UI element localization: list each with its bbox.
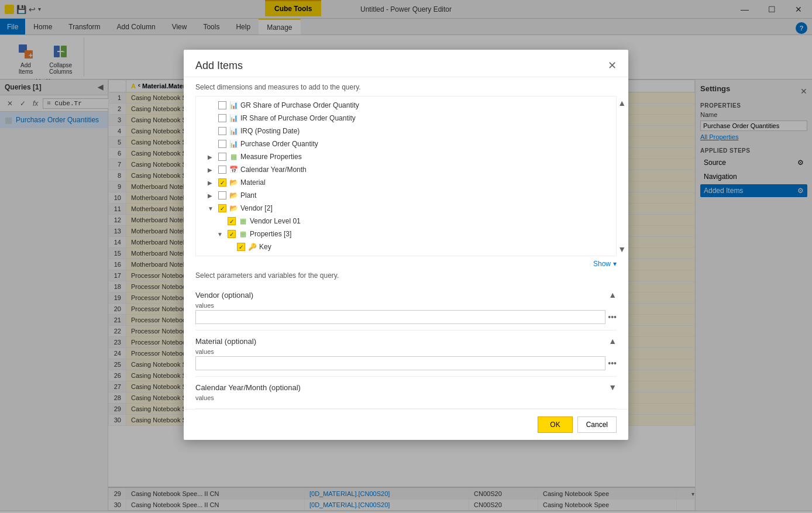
tree-checkbox-properties[interactable] [228, 230, 236, 238]
param-material-header[interactable]: Material (optional) ▲ [195, 336, 617, 346]
param-material-label: values [195, 348, 617, 355]
modal-footer: OK Cancel [184, 409, 628, 440]
tree-item-key[interactable]: 🔑 Key [208, 240, 604, 253]
param-vendor-dots[interactable]: ••• [608, 312, 617, 322]
tree-item-poq[interactable]: 📊 Purchase Order Quantity [208, 137, 604, 150]
modal-close-button[interactable]: ✕ [608, 59, 617, 72]
params-subtitle: Select parameters and variables for the … [195, 271, 617, 280]
tree-item-gr-share[interactable]: 📊 GR Share of Purchase Order Quantity [208, 99, 604, 112]
dim-icon-calendar: 📅 [229, 165, 238, 174]
table-icon-properties: ▦ [238, 229, 247, 239]
param-vendor-input[interactable] [195, 310, 605, 324]
table-icon-vendor-level01: ▦ [238, 216, 247, 226]
param-material: Material (optional) ▲ values ••• [195, 330, 617, 377]
param-vendor-label: values [195, 302, 617, 309]
param-vendor-toggle[interactable]: ▲ [608, 290, 617, 299]
tree-label-gr: GR Share of Purchase Order Quantity [240, 101, 359, 109]
tree-label-ir: IR Share of Purchase Order Quantity [240, 114, 356, 122]
tree-label-plant: Plant [240, 191, 256, 199]
ok-button[interactable]: OK [538, 416, 572, 433]
tree-item-ir-share[interactable]: 📊 IR Share of Purchase Order Quantity [208, 112, 604, 125]
tree-label-properties: Properties [3] [250, 230, 291, 238]
tree-list[interactable]: 📊 GR Share of Purchase Order Quantity 📊 … [195, 96, 617, 256]
tree-label-mprops: Measure Properties [240, 153, 302, 161]
tree-checkbox-key[interactable] [237, 243, 245, 251]
tree-checkbox-plant[interactable] [218, 191, 226, 199]
modal-params: Select parameters and variables for the … [184, 271, 628, 409]
show-chevron-icon: ▾ [613, 260, 617, 268]
measure-icon-gr: 📊 [229, 101, 238, 110]
param-material-toggle[interactable]: ▲ [608, 336, 617, 346]
add-items-modal: Add Items ✕ Select dimensions and measur… [184, 50, 628, 440]
param-calendar: Calendar Year/Month (optional) ▼ values [195, 377, 617, 409]
modal-subtitle: Select dimensions and measures to add to… [184, 77, 628, 96]
param-material-dots[interactable]: ••• [608, 359, 617, 368]
cancel-button[interactable]: Cancel [577, 416, 617, 433]
tree-label-calendar: Calendar Year/Month [240, 166, 307, 174]
param-vendor: Vendor (optional) ▲ values ••• [195, 284, 617, 330]
tree-chevron-properties: ▼ [217, 231, 225, 237]
param-vendor-header[interactable]: Vendor (optional) ▲ [195, 290, 617, 299]
tree-label-vendor-level01: Vendor Level 01 [250, 217, 301, 225]
tree-chevron-vendor: ▼ [208, 205, 216, 212]
tree-container: 📊 GR Share of Purchase Order Quantity 📊 … [184, 96, 628, 256]
show-button[interactable]: Show ▾ [184, 256, 628, 271]
param-material-input-row: ••• [195, 356, 617, 370]
table-icon-mprops: ▦ [229, 152, 238, 161]
tree-label-irq: IRQ (Posting Date) [240, 127, 300, 135]
tree-checkbox-poq[interactable] [218, 140, 226, 148]
modal-title: Add Items [195, 60, 243, 72]
tree-item-plant[interactable]: ▶ 📂 Plant [208, 189, 604, 202]
param-calendar-header[interactable]: Calendar Year/Month (optional) ▼ [195, 383, 617, 392]
param-calendar-label: values [195, 394, 617, 401]
tree-checkbox-irq[interactable] [218, 127, 226, 135]
show-label: Show [593, 260, 611, 268]
param-material-input[interactable] [195, 356, 605, 370]
tree-checkbox-mprops[interactable] [218, 153, 226, 161]
key-icon: 🔑 [247, 242, 257, 252]
measure-icon-poq: 📊 [229, 139, 238, 149]
param-vendor-input-row: ••• [195, 310, 617, 324]
tree-item-material[interactable]: ▶ 📂 Material [208, 176, 604, 189]
dim-icon-plant: 📂 [229, 191, 238, 200]
tree-checkbox-gr[interactable] [218, 101, 226, 109]
tree-checkbox-material[interactable] [218, 178, 226, 187]
tree-checkbox-calendar[interactable] [218, 166, 226, 174]
param-calendar-title: Calendar Year/Month (optional) [195, 383, 301, 392]
tree-chevron-material: ▶ [208, 180, 216, 186]
measure-icon-irq: 📊 [229, 126, 238, 136]
tree-chevron-mprops: ▶ [208, 154, 216, 160]
tree-label-material: Material [240, 178, 266, 187]
param-material-title: Material (optional) [195, 337, 256, 346]
tree-chevron-plant: ▶ [208, 192, 216, 199]
tree-scroll-down[interactable]: ▼ [618, 245, 626, 254]
tree-checkbox-vendor[interactable] [218, 204, 226, 212]
tree-item-vendor[interactable]: ▼ 📂 Vendor [2] [208, 202, 604, 215]
tree-scroll-up[interactable]: ▲ [618, 98, 626, 108]
param-calendar-toggle[interactable]: ▼ [608, 383, 617, 392]
modal-header: Add Items ✕ [184, 50, 628, 77]
tree-label-vendor: Vendor [2] [240, 204, 273, 212]
tree-item-calendar[interactable]: ▶ 📅 Calendar Year/Month [208, 163, 604, 176]
tree-checkbox-ir[interactable] [218, 114, 226, 122]
tree-chevron-calendar: ▶ [208, 167, 216, 173]
tree-item-irq[interactable]: 📊 IRQ (Posting Date) [208, 125, 604, 137]
tree-item-vendor-level01[interactable]: ▦ Vendor Level 01 [208, 215, 604, 228]
dim-icon-vendor: 📂 [229, 204, 238, 213]
measure-icon-ir: 📊 [229, 113, 238, 123]
tree-label-poq: Purchase Order Quantity [240, 140, 318, 148]
tree-item-properties[interactable]: ▼ ▦ Properties [3] [208, 228, 604, 240]
tree-checkbox-vendor-level01[interactable] [228, 217, 236, 225]
tree-label-key: Key [259, 243, 271, 251]
tree-item-measure-props[interactable]: ▶ ▦ Measure Properties [208, 150, 604, 163]
param-vendor-title: Vendor (optional) [195, 291, 253, 299]
modal-overlay: Add Items ✕ Select dimensions and measur… [0, 0, 812, 513]
dim-icon-material: 📂 [229, 178, 238, 187]
